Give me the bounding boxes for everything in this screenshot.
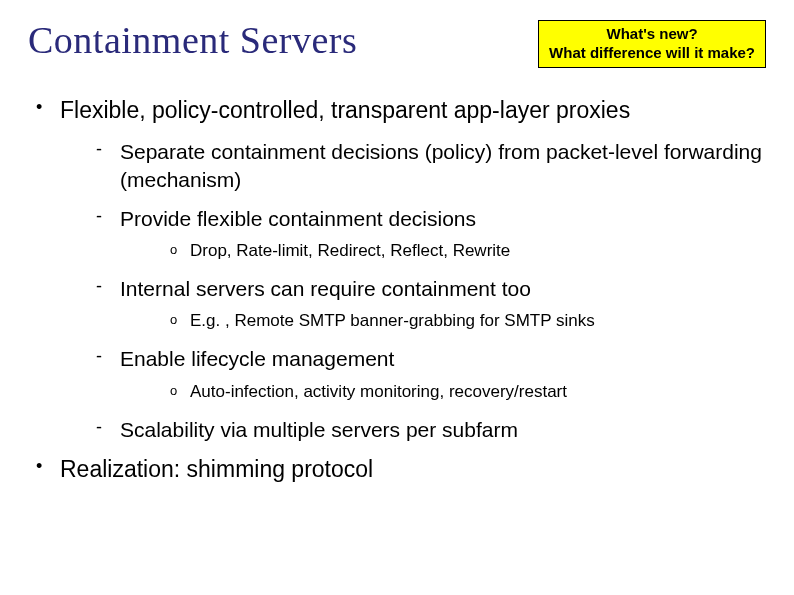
header-row: Containment Servers What's new? What dif… xyxy=(28,18,766,68)
bullet-text: Drop, Rate-limit, Redirect, Reflect, Rew… xyxy=(190,241,510,260)
bullet-text: Provide flexible containment decisions xyxy=(120,207,476,230)
list-item: Provide flexible containment decisions D… xyxy=(96,205,766,263)
list-item: Separate containment decisions (policy) … xyxy=(96,138,766,193)
callout-line1: What's new? xyxy=(549,25,755,44)
bullet-text: Auto-infection, activity monitoring, rec… xyxy=(190,382,567,401)
bullet-text: Scalability via multiple servers per sub… xyxy=(120,418,518,441)
bullet-text: Realization: shimming protocol xyxy=(60,456,373,482)
list-item: E.g. , Remote SMTP banner-grabbing for S… xyxy=(170,310,766,333)
bullet-list-lvl3: Auto-infection, activity monitoring, rec… xyxy=(120,381,766,404)
list-item: Enable lifecycle management Auto-infecti… xyxy=(96,345,766,403)
bullet-list-lvl3: Drop, Rate-limit, Redirect, Reflect, Rew… xyxy=(120,240,766,263)
bullet-text: E.g. , Remote SMTP banner-grabbing for S… xyxy=(190,311,595,330)
slide: Containment Servers What's new? What dif… xyxy=(0,0,794,514)
list-item: Flexible, policy-controlled, transparent… xyxy=(36,96,766,443)
bullet-list-lvl1: Flexible, policy-controlled, transparent… xyxy=(28,96,766,484)
bullet-list-lvl2: Separate containment decisions (policy) … xyxy=(60,138,766,443)
list-item: Scalability via multiple servers per sub… xyxy=(96,416,766,443)
whats-new-callout: What's new? What difference will it make… xyxy=(538,20,766,68)
list-item: Internal servers can require containment… xyxy=(96,275,766,333)
content: Flexible, policy-controlled, transparent… xyxy=(28,96,766,484)
bullet-text: Internal servers can require containment… xyxy=(120,277,531,300)
list-item: Drop, Rate-limit, Redirect, Reflect, Rew… xyxy=(170,240,766,263)
bullet-text: Separate containment decisions (policy) … xyxy=(120,140,762,190)
bullet-text: Flexible, policy-controlled, transparent… xyxy=(60,97,630,123)
list-item: Realization: shimming protocol xyxy=(36,455,766,484)
slide-title: Containment Servers xyxy=(28,18,357,62)
bullet-list-lvl3: E.g. , Remote SMTP banner-grabbing for S… xyxy=(120,310,766,333)
callout-line2: What difference will it make? xyxy=(549,44,755,63)
list-item: Auto-infection, activity monitoring, rec… xyxy=(170,381,766,404)
bullet-text: Enable lifecycle management xyxy=(120,347,394,370)
